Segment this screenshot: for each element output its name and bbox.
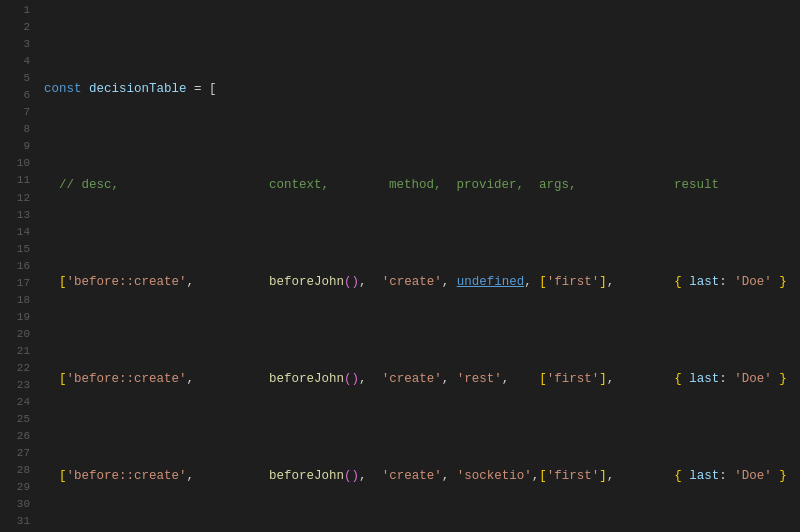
line-3: ['before::create', beforeJohn(), 'create… [44, 273, 800, 292]
line-4: ['before::create', beforeJohn(), 'create… [44, 370, 800, 389]
line-2: // desc, context, method, provider, args… [44, 176, 800, 195]
line-numbers: 1 2 3 4 5 6 7 8 9 10 11 12 13 14 15 16 1… [0, 0, 36, 532]
line-5: ['before::create', beforeJohn(), 'create… [44, 467, 800, 486]
code-editor: 1 2 3 4 5 6 7 8 9 10 11 12 13 14 15 16 1… [0, 0, 800, 532]
code-content[interactable]: const decisionTable = [ // desc, context… [36, 0, 800, 532]
line-1: const decisionTable = [ [44, 80, 800, 99]
